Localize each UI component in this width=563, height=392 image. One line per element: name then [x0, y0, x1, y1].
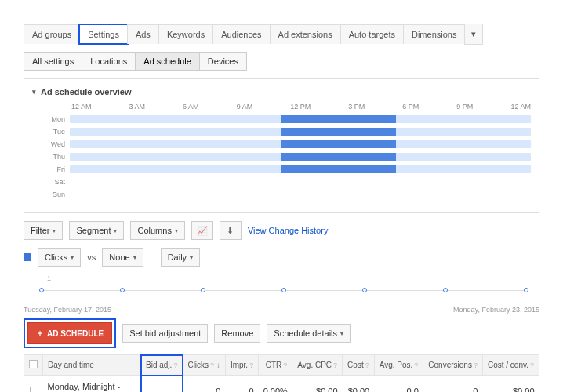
- schedule-row: Mon: [32, 114, 531, 125]
- schedule-details-button[interactable]: Schedule details▾: [267, 324, 351, 343]
- help-icon[interactable]: ?: [249, 361, 253, 369]
- tab-ad-groups[interactable]: Ad groups: [24, 24, 80, 44]
- view-change-history-link[interactable]: View Change History: [248, 226, 329, 235]
- col-cost[interactable]: Cost?: [343, 355, 375, 376]
- cell-conv: 0: [423, 376, 483, 393]
- help-icon[interactable]: ?: [173, 361, 177, 369]
- timeline-point[interactable]: [524, 288, 528, 292]
- schedule-bar[interactable]: [70, 153, 531, 161]
- set-bid-button[interactable]: Set bid adjustment: [122, 324, 208, 343]
- schedule-bar[interactable]: [70, 115, 531, 123]
- col-conversions[interactable]: Conversions?: [423, 355, 483, 376]
- add-schedule-label: AD SCHEDULE: [47, 329, 104, 338]
- add-schedule-button[interactable]: ＋ AD SCHEDULE: [27, 322, 112, 344]
- col-ctr[interactable]: CTR?: [259, 355, 292, 376]
- col-impr[interactable]: Impr.?: [225, 355, 258, 376]
- schedule-row: Sun: [32, 189, 531, 200]
- chart-toggle-button[interactable]: 📈: [191, 221, 213, 240]
- tab-ads[interactable]: Ads: [127, 24, 159, 44]
- col-cost-conv[interactable]: Cost / conv.?: [482, 355, 539, 376]
- axis-label: 9 PM: [456, 103, 473, 111]
- col-clicks[interactable]: Clicks? ↓: [183, 355, 225, 376]
- help-icon[interactable]: ?: [210, 361, 214, 369]
- chevron-down-icon: ▾: [175, 227, 178, 234]
- help-icon[interactable]: ?: [365, 361, 369, 369]
- vs-label: vs: [87, 252, 96, 262]
- timeline-chart: 1: [24, 274, 539, 304]
- day-label: Fri: [32, 165, 70, 173]
- axis-label: 3 PM: [348, 103, 365, 111]
- chevron-down-icon: ▾: [190, 254, 193, 261]
- col-day-time[interactable]: Day and time: [43, 355, 141, 376]
- timeline-date-labels: Tuesday, February 17, 2015 Monday, Febru…: [24, 306, 539, 314]
- timeline-point[interactable]: [39, 288, 44, 292]
- download-button[interactable]: ⬇: [220, 221, 242, 240]
- segment-button[interactable]: Segment▾: [69, 221, 124, 240]
- cell-pos: 0.0: [374, 376, 423, 393]
- help-icon[interactable]: ?: [283, 361, 287, 369]
- day-label: Sat: [32, 178, 70, 186]
- sort-down-icon: ↓: [216, 361, 220, 369]
- day-label: Wed: [32, 140, 70, 148]
- schedule-bar[interactable]: [70, 191, 531, 198]
- remove-button[interactable]: Remove: [214, 324, 260, 343]
- tab-dimensions[interactable]: Dimensions: [403, 24, 465, 44]
- timeline-point[interactable]: [282, 288, 286, 292]
- schedule-row: Tue: [32, 126, 531, 137]
- subtab-ad-schedule[interactable]: Ad schedule: [135, 52, 200, 71]
- schedule-row: Sat: [32, 176, 531, 187]
- chevron-down-icon: ▾: [71, 254, 74, 261]
- columns-button[interactable]: Columns▾: [130, 221, 184, 240]
- cell-day-time: Monday, Midnight - 10:00 AM: [43, 376, 141, 393]
- schedule-bar[interactable]: [70, 178, 531, 186]
- row-checkbox[interactable]: [30, 387, 38, 393]
- day-label: Tue: [32, 128, 70, 136]
- schedule-bar[interactable]: [70, 140, 531, 148]
- subtab-devices[interactable]: Devices: [199, 52, 247, 71]
- tab-auto-targets[interactable]: Auto targets: [340, 24, 404, 44]
- granularity-button[interactable]: Daily▾: [161, 248, 200, 267]
- tab-audiences[interactable]: Audiences: [212, 24, 270, 44]
- help-icon[interactable]: ?: [530, 361, 534, 369]
- metric2-button[interactable]: None▾: [102, 248, 143, 267]
- cell-bid-adj: --: [141, 376, 183, 393]
- toolbar-filters: Filter▾ Segment▾ Columns▾ 📈 ⬇ View Chang…: [24, 221, 539, 240]
- tab-settings[interactable]: Settings: [79, 24, 128, 44]
- tab-keywords[interactable]: Keywords: [158, 24, 213, 44]
- col-avg-cpc[interactable]: Avg. CPC?: [292, 355, 343, 376]
- schedule-grid: MonTueWedThuFriSatSun: [32, 114, 531, 200]
- tab-ad-extensions[interactable]: Ad extensions: [270, 24, 341, 44]
- schedule-overview-panel: ▾ Ad schedule overview 12 AM 3 AM 6 AM 9…: [24, 78, 539, 213]
- chevron-down-icon: ▾: [133, 254, 136, 261]
- axis-label: 9 AM: [237, 103, 253, 111]
- schedule-bar[interactable]: [70, 128, 531, 136]
- axis-label: 12 AM: [71, 103, 92, 111]
- help-icon[interactable]: ?: [474, 361, 478, 369]
- axis-label: 6 AM: [183, 103, 199, 111]
- filter-button[interactable]: Filter▾: [24, 221, 63, 240]
- axis-label: 12 AM: [510, 103, 531, 111]
- schedule-fill: [281, 153, 396, 161]
- help-icon[interactable]: ?: [414, 361, 418, 369]
- schedule-bar[interactable]: [70, 165, 531, 173]
- toolbar-metric: Clicks▾ vs None▾ Daily▾: [24, 248, 539, 267]
- collapse-icon: ▾: [32, 88, 36, 96]
- col-bid-adj[interactable]: Bid adj.?: [141, 355, 183, 376]
- help-icon[interactable]: ?: [333, 361, 337, 369]
- day-label: Mon: [32, 115, 70, 123]
- subtab-all-settings[interactable]: All settings: [24, 52, 82, 71]
- timeline-point[interactable]: [362, 288, 367, 292]
- plus-icon: ＋: [36, 328, 44, 339]
- timeline-point[interactable]: [120, 288, 125, 292]
- main-tabs: Ad groups Settings Ads Keywords Audience…: [24, 24, 539, 45]
- more-tabs-button[interactable]: ▾: [464, 24, 483, 45]
- select-all-checkbox[interactable]: [29, 360, 38, 368]
- metric1-button[interactable]: Clicks▾: [38, 248, 81, 267]
- col-avg-pos[interactable]: Avg. Pos.?: [374, 355, 423, 376]
- panel-title[interactable]: ▾ Ad schedule overview: [32, 87, 531, 96]
- timeline-point[interactable]: [443, 288, 448, 292]
- cell-clicks: 0: [183, 376, 225, 393]
- chevron-down-icon: ▾: [114, 227, 117, 234]
- timeline-point[interactable]: [201, 288, 205, 292]
- subtab-locations[interactable]: Locations: [82, 52, 136, 71]
